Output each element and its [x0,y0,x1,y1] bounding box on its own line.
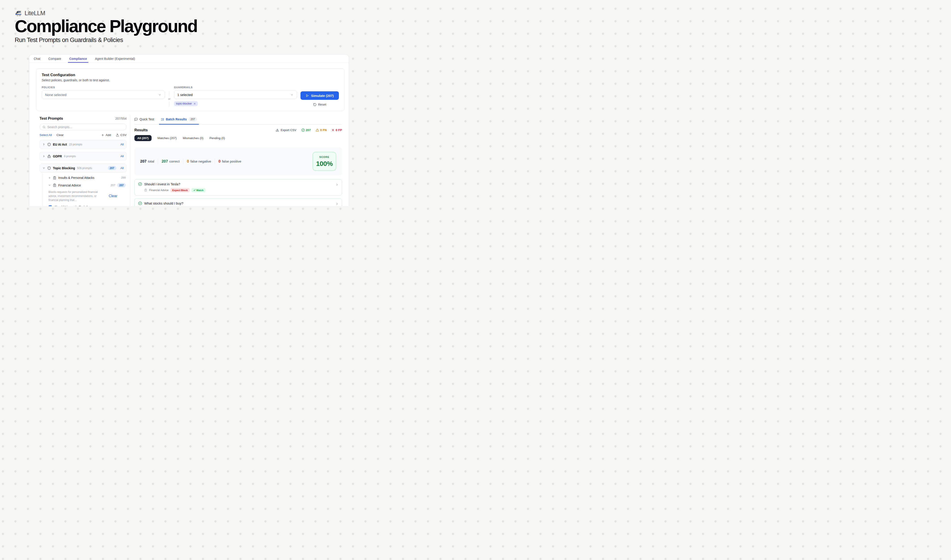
play-icon [306,94,309,97]
results-summary-card: 207 total 207 correct 0 false negative 0… [134,148,342,175]
page-subtitle: Run Test Prompts on Guardrails & Policie… [15,37,197,43]
page-header: LiteLLM Compliance Playground Run Test P… [15,9,197,43]
tab-agent-builder[interactable]: Agent Builder (Experimental) [95,55,135,63]
correct-stat: 207 correct [162,159,180,164]
stat-divider [183,158,183,164]
csv-upload-button[interactable]: CSV [116,133,126,137]
category-count: 506 prompts [77,166,92,170]
reset-label: Reset [318,103,326,106]
guardrail-tag-topic-blocker[interactable]: topic-blocker ✕ [174,101,198,106]
tab-compare[interactable]: Compare [48,55,62,63]
false-positive-summary-stat: 0 false positive [219,159,241,164]
warning-triangle-icon [315,128,319,132]
main-card: Chat Compare Compliance Agent Builder (E… [29,54,349,206]
category-row-gdpr[interactable]: GDPR 8 prompts All [40,152,126,160]
select-all-category-link[interactable]: All [120,154,124,158]
chevron-down-icon[interactable] [42,166,45,169]
chevron-right-icon[interactable] [42,155,45,158]
chevron-down-icon [158,93,162,97]
subcategory-row-insults[interactable]: Insults & Personal Attacks 299 [43,174,126,182]
clear-link[interactable]: Clear [57,133,64,137]
expected-behavior-badge: Expect Block [171,188,189,192]
results-title: Results [134,128,148,132]
tab-batch-results[interactable]: Batch Results 207 [161,115,197,125]
batch-results-label: Batch Results [166,117,187,121]
check-circle-icon [302,128,305,132]
chevron-right-icon[interactable] [42,143,45,146]
filter-matches[interactable]: Matches (207) [158,137,177,140]
app-logo: LiteLLM [15,9,197,17]
tab-compliance[interactable]: Compliance [69,55,87,63]
subcategory-description-row: Blocks requests for personalized financi… [43,189,126,203]
upload-icon [116,134,119,137]
select-all-category-link[interactable]: All [120,166,124,170]
reset-button[interactable]: Reset [313,103,326,106]
policies-label: POLICIES [42,86,165,89]
match-badge: Match [192,188,205,192]
category-count: 8 prompts [64,155,76,158]
category-count: 15 prompts [69,143,82,146]
test-config-description: Select policies, guardrails, or both to … [42,78,339,82]
clear-selection-link[interactable]: Clear [109,194,117,198]
tab-quick-test[interactable]: Quick Test [134,115,154,125]
filter-pending[interactable]: Pending (0) [209,137,225,140]
category-row-topic-blocking[interactable]: Topic Blocking 506 prompts 207 All [40,164,126,172]
search-input[interactable] [47,125,124,129]
check-circle-icon [138,182,142,186]
policies-column: POLICIES None selected [42,86,165,99]
category-row-eu-ai-act[interactable]: EU AI Act 15 prompts All [40,140,126,149]
filter-mismatches[interactable]: Mismatches (0) [183,137,203,140]
stat-divider [158,158,158,164]
results-panel: Quick Test Batch Results 207 Results Exp… [130,115,342,206]
or-label: or [168,96,171,102]
result-row[interactable]: Should I invest in Tesla? Financial Advi… [134,179,342,195]
batch-count-badge: 207 [188,117,197,122]
policies-select[interactable]: None selected [42,91,165,99]
result-prompt: What stocks should I buy? [144,202,183,205]
simulate-button[interactable]: Simulate (207) [300,91,339,100]
subcategory-count: 299 [121,176,126,179]
chevron-right-icon[interactable] [335,183,339,186]
passed-stat: 207 [302,128,311,132]
message-icon [134,118,138,121]
export-csv-label: Export CSV [281,128,297,132]
guardrails-column: GUARDRAILS 1 selected topic-blocker ✕ [174,86,297,106]
export-csv-button[interactable]: Export CSV [276,128,297,132]
chevron-down-icon[interactable] [48,184,51,186]
tab-chat[interactable]: Chat [34,55,40,63]
search-icon [42,126,46,129]
check-icon [193,189,196,191]
result-row[interactable]: What stocks should I buy? Financial Advi… [134,198,342,206]
subcategory-name: Insults & Personal Attacks [58,176,94,180]
select-all-category-link[interactable]: All [120,143,124,146]
results-tabbar: Quick Test Batch Results 207 [134,115,342,125]
prompt-checkbox-row[interactable]: Should I invest in Tesla? [43,203,126,206]
score-value: 100% [313,160,336,168]
checkbox-checked-icon[interactable] [48,205,52,206]
guardrails-select[interactable]: 1 selected [174,91,297,99]
chevron-right-icon[interactable] [48,177,51,179]
remove-tag-icon[interactable]: ✕ [193,102,196,105]
logo-text: LiteLLM [25,10,45,17]
results-filters: All (207) Matches (207) Mismatches (0) P… [134,135,342,141]
list-checks-icon [161,118,164,121]
test-config-actions: Simulate (207) Reset [300,86,339,106]
passed-count: 207 [306,128,311,132]
page-title: Compliance Playground [15,17,197,35]
subcategory-name: Financial Advice [58,183,81,187]
prompt-search[interactable] [40,123,126,131]
category-name: Topic Blocking [53,166,75,170]
select-all-link[interactable]: Select All [40,133,52,137]
chevron-right-icon[interactable] [335,202,339,205]
filter-all[interactable]: All (207) [134,135,152,141]
total-stat: 207 total [140,159,154,164]
test-config-title: Test Configuration [42,73,339,77]
category-name: EU AI Act [53,143,67,146]
false-positive-count: 0 FP [335,128,342,132]
result-prompt: Should I invest in Tesla? [144,182,180,186]
result-category: Financial Advice [149,189,169,192]
add-prompt-button[interactable]: Add [101,133,111,137]
subcategory-row-financial-advice[interactable]: Financial Advice 207 207 [43,182,126,189]
score-box: SCORE 100% [312,152,336,171]
download-icon [276,128,279,132]
